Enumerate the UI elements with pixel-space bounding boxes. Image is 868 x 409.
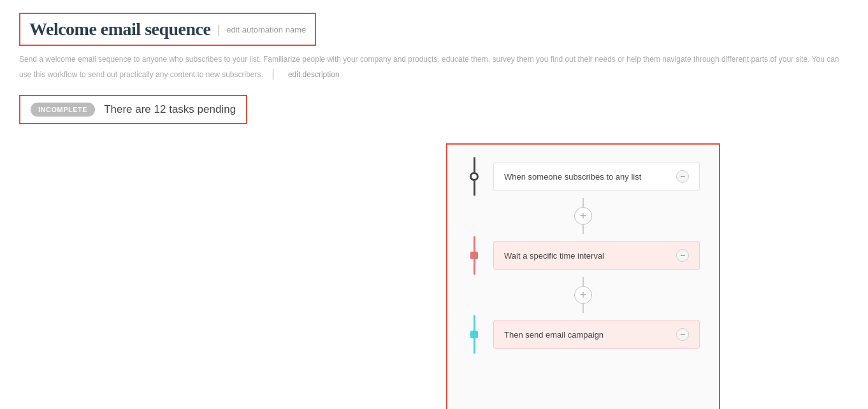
send-square [470,331,478,338]
wait-line-bottom [474,259,475,275]
send-line-top [474,315,475,331]
wait-label: Wait a specific time interval [504,251,604,261]
edit-name-link[interactable]: edit automation name [226,25,306,34]
between-line-2 [582,225,584,234]
send-email-label: Then send email campaign [504,330,604,340]
trigger-node-row: When someone subscribes to any list − [467,157,700,196]
trigger-connector [467,157,482,196]
trigger-card[interactable]: When someone subscribes to any list − [493,162,700,191]
send-email-connector [467,315,482,354]
wait-square [470,252,478,259]
add-button-2[interactable]: + [574,286,592,304]
wait-node-row: Wait a specific time interval − [467,236,700,275]
wait-connector [467,236,482,275]
between-line-1 [582,198,584,207]
trigger-minus-button[interactable]: − [676,170,689,183]
title-section: Welcome email sequence | edit automation… [19,13,316,46]
between-line-3 [582,277,584,286]
incomplete-badge: INCOMPLETE [31,103,95,117]
description-text: Send a welcome email sequence to anyone … [19,54,848,82]
add-between-1: + [574,196,592,236]
wait-line-top [474,236,475,252]
workflow-nodes: When someone subscribes to any list − + [467,157,700,354]
send-email-card[interactable]: Then send email campaign − [493,320,700,349]
send-email-content: Then send email campaign − [488,320,700,349]
send-email-node-row: Then send email campaign − [467,315,700,354]
page-container: Welcome email sequence | edit automation… [0,0,868,409]
wait-minus-button[interactable]: − [676,249,689,262]
send-email-minus-button[interactable]: − [676,328,689,341]
pending-text: There are 12 tasks pending [104,103,236,116]
edit-description-link[interactable]: edit description [288,70,340,79]
title-divider: | [217,23,220,36]
wait-card[interactable]: Wait a specific time interval − [493,241,700,270]
workflow-canvas: When someone subscribes to any list − + [446,143,720,409]
between-line-4 [582,304,584,313]
add-between-2: + [574,275,592,315]
add-button-1[interactable]: + [574,207,592,225]
trigger-label: When someone subscribes to any list [504,172,641,182]
trigger-line-top [474,157,475,172]
trigger-line-bottom [474,181,475,196]
send-line-bottom [474,338,475,354]
status-section: INCOMPLETE There are 12 tasks pending [19,95,247,124]
automation-title: Welcome email sequence [29,19,210,39]
trigger-content: When someone subscribes to any list − [488,162,700,191]
wait-content: Wait a specific time interval − [488,241,700,270]
trigger-dot [470,172,479,181]
